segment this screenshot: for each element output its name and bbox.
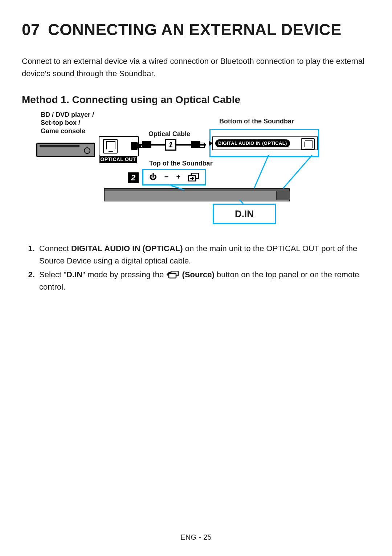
volume-up-icon: + [176, 173, 181, 181]
chapter-title: 07CONNECTING AN EXTERNAL DEVICE [22, 21, 370, 38]
top-of-soundbar-label: Top of the Soundbar [149, 159, 213, 168]
din-callout: D.IN [213, 204, 276, 224]
bottom-of-soundbar-label: Bottom of the Soundbar [219, 117, 294, 126]
step-2-text-c: " mode by pressing the [82, 270, 166, 279]
source-device-label-l2: Set-top box / [41, 119, 80, 126]
step-1-text-a: Connect [39, 244, 71, 253]
optical-out-port-label: OPTICAL OUT [99, 156, 137, 163]
step-2-bold-source: (Source) [180, 270, 214, 279]
source-device-label: BD / DVD player / Set-top box / Game con… [41, 111, 94, 135]
page: 07CONNECTING AN EXTERNAL DEVICE Connect … [0, 0, 392, 556]
step-2-text-a: Select " [39, 270, 66, 279]
soundbar-top-panel: ⏻ − + [142, 169, 206, 185]
step-2: Select "D.IN" mode by pressing the (Sour… [37, 269, 370, 293]
cable-plug-right-icon [191, 139, 205, 150]
page-footer: ENG - 25 [0, 533, 392, 541]
optical-cable-label: Optical Cable [148, 130, 190, 138]
step-1: Connect DIGITAL AUDIO IN (OPTICAL) on th… [37, 242, 370, 267]
step-marker-1-icon: 1 [165, 139, 176, 151]
step-marker-2-icon: 2 [128, 172, 139, 183]
source-button-icon [188, 173, 199, 181]
volume-down-icon: − [164, 173, 169, 181]
chapter-title-text: CONNECTING AN EXTERNAL DEVICE [48, 21, 342, 38]
digital-audio-in-port-icon: DIGITAL AUDIO IN (OPTICAL) [212, 136, 318, 150]
step-1-bold: DIGITAL AUDIO IN (OPTICAL) [71, 244, 183, 253]
intro-paragraph: Connect to an external device via a wire… [22, 55, 370, 80]
source-device-label-l1: BD / DVD player / [41, 111, 94, 118]
soundbar-body-icon [104, 188, 290, 201]
step-2-bold-din: D.IN [66, 270, 82, 279]
method1-title: Method 1. Connecting using an Optical Ca… [22, 94, 370, 106]
connection-diagram: BD / DVD player / Set-top box / Game con… [36, 111, 327, 232]
chapter-number: 07 [22, 21, 40, 38]
power-icon: ⏻ [150, 173, 157, 181]
digital-audio-in-label: DIGITAL AUDIO IN (OPTICAL) [215, 139, 290, 147]
svg-rect-3 [169, 273, 176, 278]
source-device-label-l3: Game console [41, 127, 85, 135]
soundbar-bottom-panel: DIGITAL AUDIO IN (OPTICAL) [209, 129, 319, 157]
step-list: Connect DIGITAL AUDIO IN (OPTICAL) on th… [27, 242, 370, 293]
source-device-icon [36, 143, 95, 157]
source-button-inline-icon [167, 271, 179, 279]
optical-out-port-icon [99, 136, 139, 156]
